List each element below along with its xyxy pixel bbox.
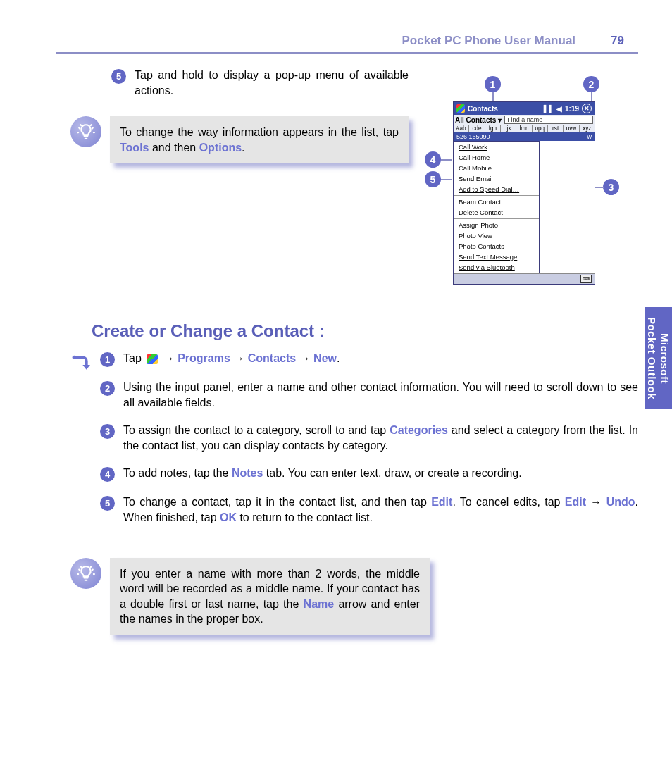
step-5-text: Tap and hold to display a pop-up menu of… <box>135 68 409 98</box>
close-icon: ✕ <box>582 104 592 113</box>
step-badge-2: 2 <box>100 381 115 396</box>
callout-4: 4 <box>425 151 441 168</box>
ppc-bottombar: ⌨ <box>454 273 595 284</box>
tip-box-1: To change the way information appears in… <box>70 116 409 163</box>
page-header: Pocket PC Phone User Manual 79 <box>56 34 638 48</box>
step-badge-5b: 5 <box>100 496 115 511</box>
tip-box-2: If you enter a name with more than 2 wor… <box>70 558 430 635</box>
windows-start-icon <box>147 354 158 364</box>
callout-3: 3 <box>603 179 619 195</box>
menu-send-text: Send Text Message <box>454 251 539 262</box>
step-badge-1: 1 <box>100 352 115 367</box>
callout-1: 1 <box>485 76 501 92</box>
lightbulb-icon <box>70 116 101 147</box>
signal-icon: ▌▌ <box>544 105 554 113</box>
keyboard-icon: ⌨ <box>580 275 592 283</box>
step-5-top: 5 Tap and hold to display a pop-up menu … <box>111 68 409 98</box>
step-1-text: Tap → Programs → Contacts → New. <box>123 351 638 366</box>
step-5b-text: To change a contact, tap it in the conta… <box>123 494 638 525</box>
ppc-title: Contacts <box>468 105 498 113</box>
header-divider <box>56 52 638 54</box>
step-badge-3: 3 <box>100 424 115 439</box>
step-badge-4: 4 <box>100 467 115 482</box>
kw-name: Name <box>304 598 335 610</box>
step-3-text: To assign the contact to a category, scr… <box>123 423 638 453</box>
step-2-text: Using the input panel, enter a name and … <box>123 380 638 410</box>
callout-5: 5 <box>425 171 441 187</box>
kw-notes: Notes <box>232 467 263 479</box>
kw-tools: Tools <box>120 142 149 154</box>
screenshot-column: 1 2 3 4 5 Contacts ▌▌ ◀ 1:19 <box>421 68 638 272</box>
svg-point-0 <box>73 356 76 359</box>
create-step-4: 4 To add notes, tap the Notes tab. You c… <box>100 466 638 482</box>
chapter-side-tab: Microsoft Pocket Outlook <box>645 307 672 409</box>
menu-photo-contacts: Photo Contacts <box>454 241 539 251</box>
ppc-titlebar: Contacts ▌▌ ◀ 1:19 ✕ <box>454 102 595 115</box>
volume-icon: ◀ <box>556 105 562 113</box>
menu-call-mobile: Call Mobile <box>454 163 539 173</box>
contacts-dropdown: All Contacts ▾ <box>455 116 502 124</box>
menu-call-work: Call Work <box>454 142 539 152</box>
menu-beam-contact: Beam Contact… <box>454 197 539 207</box>
header-page-number: 79 <box>611 34 624 48</box>
section-heading: Create or Change a Contact : <box>92 321 638 341</box>
find-name-field: Find a name <box>504 116 593 124</box>
create-step-2: 2 Using the input panel, enter a name an… <box>100 380 638 410</box>
ppc-time: 1:19 <box>565 105 579 113</box>
kw-options: Options <box>199 142 242 154</box>
step-badge-5: 5 <box>111 69 126 84</box>
menu-delete-contact: Delete Contact <box>454 207 539 218</box>
context-menu: Call Work Call Home Call Mobile Send Ema… <box>454 141 540 273</box>
menu-send-email: Send Email <box>454 173 539 184</box>
tip-2-text: If you enter a name with more than 2 wor… <box>110 558 430 635</box>
menu-photo-view: Photo View <box>454 230 539 241</box>
header-title: Pocket PC Phone User Manual <box>402 34 576 48</box>
pocketpc-screenshot: Contacts ▌▌ ◀ 1:19 ✕ All Contacts ▾ Find… <box>453 101 595 285</box>
callout-2: 2 <box>583 76 599 92</box>
ppc-toolbar: All Contacts ▾ Find a name <box>454 115 595 125</box>
alphabet-tabs: #ab cde fgh ijk lmn opq rst uvw xyz <box>454 125 595 132</box>
create-step-5: 5 To change a contact, tap it in the con… <box>100 494 638 525</box>
menu-send-bluetooth: Send via Bluetooth <box>454 262 539 273</box>
tip-1-text: To change the way information appears in… <box>110 116 409 163</box>
selected-contact-row: 526 165090 w <box>454 132 595 141</box>
menu-add-speed-dial: Add to Speed Dial… <box>454 184 539 194</box>
procedure-arrow-icon <box>70 354 93 376</box>
create-step-1: 1 Tap → Programs → Contacts → New. <box>100 351 638 367</box>
lightbulb-icon <box>70 558 101 589</box>
create-step-3: 3 To assign the contact to a category, s… <box>100 423 638 453</box>
menu-assign-photo: Assign Photo <box>454 220 539 230</box>
menu-call-home: Call Home <box>454 152 539 163</box>
kw-categories: Categories <box>390 424 448 436</box>
step-4-text: To add notes, tap the Notes tab. You can… <box>123 466 638 481</box>
start-flag-icon <box>456 104 465 113</box>
